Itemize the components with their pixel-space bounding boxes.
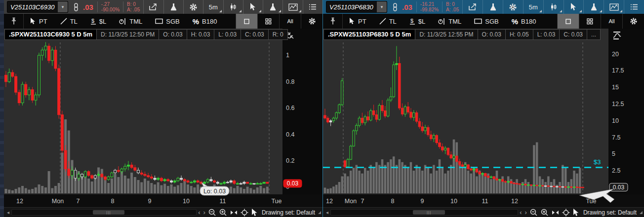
- drawing-set-label[interactable]: Drawing set: Default: [259, 209, 318, 216]
- candlestick-chart[interactable]: 10.80.60.40.2012Mon7891011Tue0.03Lo: 0.0…: [4, 41, 322, 207]
- symbol-input[interactable]: V251103P6830 ▾: [326, 1, 387, 13]
- scrollbar-thumb[interactable]: |||: [93, 210, 124, 215]
- expand-horizontal-icon[interactable]: [550, 210, 561, 216]
- drawing-set-dropdown-icon[interactable]: [318, 211, 321, 214]
- page-next-icon[interactable]: ›: [523, 209, 528, 216]
- cursor-tool-icon[interactable]: [250, 209, 259, 217]
- svg-text:12: 12: [326, 198, 333, 205]
- menu-list-icon[interactable]: [624, 0, 644, 14]
- chevron-down-icon: [579, 10, 582, 12]
- svg-text:15: 15: [612, 84, 619, 91]
- svg-text:17.5: 17.5: [612, 67, 624, 74]
- symbol-dropdown-button[interactable]: ▾: [58, 1, 68, 12]
- pin-icon[interactable]: [4, 14, 24, 29]
- chart-style-button[interactable]: [223, 0, 243, 14]
- drawing-set-label[interactable]: Drawing set: Default: [581, 209, 640, 216]
- pointer-tool-button[interactable]: [564, 0, 584, 14]
- tool-tml-label: TML: [448, 18, 461, 25]
- tool-sl[interactable]: $ $L: [403, 14, 432, 29]
- expand-horizontal-icon[interactable]: [229, 210, 239, 216]
- tool-tl-label: TL: [70, 18, 78, 25]
- scrollbar-thumb[interactable]: |||: [413, 210, 444, 215]
- tool-sgb[interactable]: SGB: [468, 14, 505, 29]
- tool-sl[interactable]: $ $L: [84, 14, 113, 29]
- chevron-down-icon: [239, 10, 242, 12]
- menu-list-icon[interactable]: [303, 0, 322, 14]
- scroll-left-icon[interactable]: ◂: [5, 210, 11, 215]
- chart-scrollbar[interactable]: |||: [330, 209, 518, 216]
- symbol-dropdown-button[interactable]: ▾: [377, 1, 387, 12]
- tool-b180[interactable]: % B180: [505, 14, 543, 29]
- chart-scrollbar[interactable]: |||: [11, 209, 197, 216]
- tool-tl[interactable]: TL: [373, 14, 403, 29]
- scroll-left-icon[interactable]: ◂: [324, 210, 330, 215]
- page-next-icon[interactable]: ›: [202, 209, 207, 216]
- candlestick-chart[interactable]: $32017.51512.5107.552.512Mon789101112Tue…: [323, 41, 644, 207]
- all-button[interactable]: All: [279, 14, 301, 29]
- studies-flask-icon[interactable]: [483, 0, 503, 14]
- symbol-input[interactable]: V251103C6930 ▾: [7, 1, 68, 13]
- svg-text:$: $: [91, 18, 94, 24]
- axis-corner: [282, 29, 322, 41]
- toolbar-gear-icon[interactable]: [301, 14, 322, 29]
- link-icon[interactable]: [70, 0, 82, 14]
- crosshair-icon[interactable]: [561, 209, 571, 217]
- tool-pt[interactable]: PT: [343, 14, 373, 29]
- rectangle-icon: [474, 18, 482, 24]
- cursor-arrow-icon: [30, 18, 36, 25]
- tool-tl[interactable]: TL: [54, 14, 84, 29]
- zoom-out-icon[interactable]: [207, 209, 218, 217]
- pin-icon[interactable]: [323, 14, 343, 29]
- symbol-value[interactable]: V251103C6930: [7, 3, 58, 11]
- patterns-button[interactable]: [604, 0, 624, 14]
- page-prev-icon[interactable]: ‹: [197, 209, 201, 216]
- drawing-toolbar: PT TL $ $L TML SGB % B180: [4, 14, 322, 29]
- page-prev-icon[interactable]: ‹: [518, 209, 523, 216]
- grid-layout-button[interactable]: [579, 14, 601, 29]
- zoom-out-icon[interactable]: [528, 209, 539, 217]
- tool-b180[interactable]: % B180: [186, 14, 224, 29]
- svg-text:0.8: 0.8: [286, 78, 294, 85]
- tool-pt[interactable]: PT: [24, 14, 54, 29]
- analysis-flask-button[interactable]: [263, 0, 282, 14]
- svg-text:12.5: 12.5: [612, 101, 624, 108]
- analysis-flask-button[interactable]: [583, 0, 604, 14]
- header-open: O: 0.03: [478, 29, 506, 40]
- symbol-value[interactable]: V251103P6830: [326, 3, 377, 11]
- svg-text:12: 12: [511, 198, 518, 205]
- zoom-in-icon[interactable]: [218, 209, 229, 217]
- patterns-button[interactable]: [282, 0, 302, 14]
- svg-text:0.03: 0.03: [613, 184, 625, 191]
- cursor-tool-icon[interactable]: [571, 209, 581, 217]
- tool-sgb[interactable]: SGB: [149, 14, 186, 29]
- svg-text:Mon: Mon: [52, 198, 64, 205]
- header-date: D: 11/3/25 12:55 PM: [415, 29, 478, 40]
- pointer-tool-button[interactable]: [243, 0, 263, 14]
- grid-layout-button[interactable]: [257, 14, 279, 29]
- tool-tml[interactable]: TML: [432, 14, 468, 29]
- chevron-down-icon: [219, 10, 222, 12]
- gear-icon[interactable]: [503, 0, 523, 14]
- tool-tml[interactable]: TML: [113, 14, 149, 29]
- tool-b180-label: B180: [202, 18, 217, 25]
- timeframe-button[interactable]: 5m: [523, 0, 543, 14]
- gear-icon[interactable]: [183, 0, 203, 14]
- all-button[interactable]: All: [601, 14, 622, 29]
- percent-icon: %: [512, 17, 518, 26]
- single-chart-button[interactable]: [236, 14, 257, 29]
- single-chart-button[interactable]: [557, 14, 579, 29]
- chevron-down-icon: [279, 10, 281, 12]
- timeframe-button[interactable]: 5m: [203, 0, 223, 14]
- toolbar-gear-icon[interactable]: [622, 14, 644, 29]
- ask-value: A: .05: [446, 7, 459, 12]
- zoom-in-icon[interactable]: [539, 209, 550, 217]
- svg-text:9: 9: [421, 198, 424, 205]
- share-icon[interactable]: [462, 0, 483, 14]
- chart-style-button[interactable]: [543, 0, 564, 14]
- studies-flask-icon[interactable]: [163, 0, 183, 14]
- share-icon[interactable]: [143, 0, 163, 14]
- drawing-set-dropdown-icon[interactable]: [640, 211, 643, 214]
- chart-top-toolbar: V251103P6830 ▾ .03 -16.21 -99.82% B: 0 A…: [323, 0, 644, 14]
- crosshair-icon[interactable]: [239, 209, 250, 217]
- link-icon[interactable]: [389, 0, 401, 14]
